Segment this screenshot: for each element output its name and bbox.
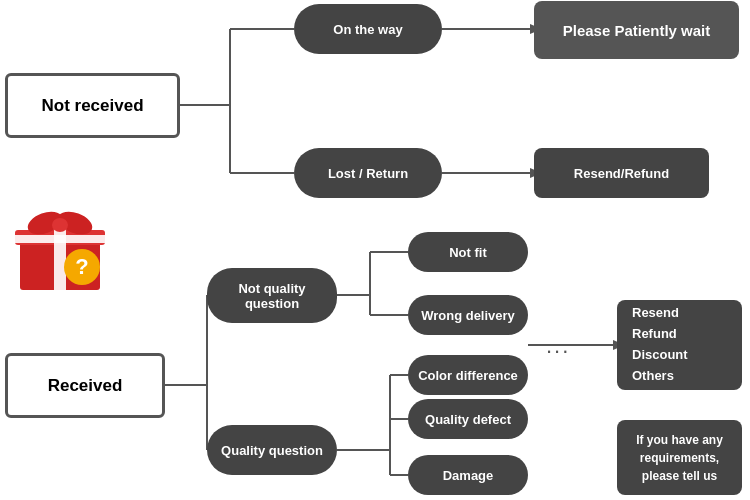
received-box: Received [5,353,165,418]
diagram: Not received On the way Please Patiently… [0,0,750,500]
resend-refund-top-box: Resend/Refund [534,148,709,198]
not-received-box: Not received [5,73,180,138]
damage-box: Damage [408,455,528,495]
gift-icon: ? [10,195,110,295]
not-quality-box: Not qualityquestion [207,268,337,323]
lost-return-box: Lost / Return [294,148,442,198]
ellipsis-dots: ··· [546,338,570,364]
on-the-way-box: On the way [294,4,442,54]
quality-defect-box: Quality defect [408,399,528,439]
svg-rect-26 [15,235,105,243]
svg-point-29 [52,218,68,232]
resend-options-box: Resend Refund Discount Others [617,300,742,390]
color-difference-box: Color difference [408,355,528,395]
requirements-box: If you have anyrequirements,please tell … [617,420,742,495]
svg-text:?: ? [75,254,88,279]
not-fit-box: Not fit [408,232,528,272]
quality-question-box: Quality question [207,425,337,475]
please-wait-box: Please Patiently wait [534,1,739,59]
wrong-delivery-box: Wrong delivery [408,295,528,335]
